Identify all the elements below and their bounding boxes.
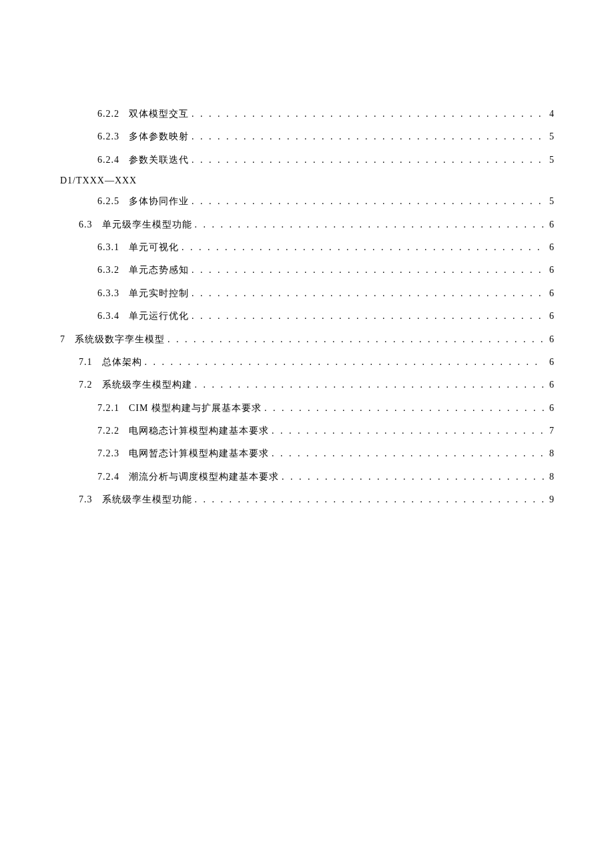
toc-entry-number: 6.2.4	[97, 153, 119, 167]
toc-leader-dots	[195, 378, 545, 392]
toc-entry-page: 8	[547, 446, 554, 461]
toc-entry-title: 多体参数映射	[129, 129, 189, 144]
toc-entry-title: CIM 模型构建与扩展基本要求	[129, 401, 262, 416]
toc-entry-title: 系统级孪生模型构建	[102, 378, 192, 392]
toc-entry-number: 6.2.3	[97, 129, 119, 144]
toc-leader-dots	[195, 218, 545, 232]
toc-entry-page: 8	[547, 470, 554, 484]
table-of-contents: 6.2.2双体模型交互46.2.3多体参数映射56.2.4参数关联迭代5D1/T…	[60, 107, 554, 508]
toc-entry-number: 6.3.2	[97, 263, 119, 278]
toc-entry-title: 电网暂态计算模型构建基本要求	[129, 446, 269, 461]
toc-entry-title: 双体模型交互	[129, 107, 189, 121]
toc-leader-dots	[192, 309, 544, 324]
toc-leader-dots	[192, 194, 544, 209]
toc-entry-number: 7.3	[79, 492, 93, 507]
toc-entry-number: 7	[60, 332, 65, 347]
toc-entry: 6.3单元级孪生模型功能6	[60, 218, 554, 232]
toc-entry-title: 系统级数字孪生模型	[75, 332, 165, 347]
toc-entry-page: 6	[547, 378, 554, 392]
toc-entry-number: 6.2.2	[97, 107, 119, 121]
toc-entry-page: 9	[547, 492, 554, 507]
toc-entry-title: 潮流分析与调度模型构建基本要求	[129, 470, 279, 484]
toc-entry: 6.3.3单元实时控制6	[60, 286, 554, 301]
toc-entry-page: 6	[547, 286, 554, 301]
toc-leader-dots	[282, 470, 544, 484]
toc-entry: 7.2.3电网暂态计算模型构建基本要求8	[60, 446, 554, 461]
toc-entry-number: 7.1	[79, 355, 93, 370]
toc-leader-dots	[272, 424, 544, 438]
toc-entry: 6.3.4单元运行优化6	[60, 309, 554, 324]
toc-leader-dots	[272, 446, 544, 461]
toc-entry-page: 6	[547, 332, 554, 347]
toc-entry-number: 6.3.4	[97, 309, 119, 324]
toc-entry-title: 单元级孪生模型功能	[102, 218, 192, 232]
toc-entry-number: 6.3.1	[97, 240, 119, 255]
toc-leader-dots	[182, 240, 544, 255]
toc-entry: 7.2.4潮流分析与调度模型构建基本要求8	[60, 470, 554, 484]
toc-entry-title: 多体协同作业	[129, 194, 189, 209]
toc-entry: 7.3系统级孪生模型功能9	[60, 492, 554, 507]
toc-entry-page: 6	[547, 240, 554, 255]
toc-entry: 7.2.1CIM 模型构建与扩展基本要求6	[60, 401, 554, 416]
toc-entry-page: 5	[547, 153, 554, 167]
toc-leader-dots	[264, 401, 544, 416]
toc-leader-dots	[145, 355, 545, 370]
toc-entry: 6.3.1单元可视化6	[60, 240, 554, 255]
toc-entry: 6.2.5多体协同作业5	[60, 194, 554, 209]
toc-entry: 7.2系统级孪生模型构建6	[60, 378, 554, 392]
toc-leader-dots	[192, 129, 544, 144]
toc-entry: 7.2.2电网稳态计算模型构建基本要求7	[60, 424, 554, 438]
toc-entry-title: 单元可视化	[129, 240, 179, 255]
toc-entry-number: 6.3.3	[97, 286, 119, 301]
toc-entry-title: 参数关联迭代	[129, 153, 189, 167]
toc-entry-title: 系统级孪生模型功能	[102, 492, 192, 507]
toc-entry-title: 电网稳态计算模型构建基本要求	[129, 424, 269, 438]
toc-entry-title: 单元态势感知	[129, 263, 189, 278]
toc-entry: 7.1总体架构6	[60, 355, 554, 370]
toc-entry-page: 6	[547, 218, 554, 232]
toc-entry: 6.2.4参数关联迭代5	[60, 153, 554, 167]
toc-entry: 6.2.3多体参数映射5	[60, 129, 554, 144]
toc-leader-dots	[192, 107, 544, 121]
toc-entry: 7系统级数字孪生模型6	[60, 332, 554, 347]
toc-entry-number: 7.2.4	[97, 470, 119, 484]
toc-entry-page: 6	[547, 263, 554, 278]
toc-entry-title: 单元运行优化	[129, 309, 189, 324]
toc-entry-page: 6	[547, 401, 554, 416]
document-code: D1/TXXX—XXX	[60, 175, 554, 186]
toc-entry-number: 7.2.3	[97, 446, 119, 461]
toc-leader-dots	[195, 492, 545, 507]
toc-entry: 6.3.2单元态势感知6	[60, 263, 554, 278]
toc-entry-number: 7.2	[79, 378, 93, 392]
toc-entry-title: 总体架构	[102, 355, 142, 370]
toc-entry-number: 6.3	[79, 218, 93, 232]
toc-entry-title: 单元实时控制	[129, 286, 189, 301]
toc-leader-dots	[168, 332, 544, 347]
toc-leader-dots	[192, 286, 544, 301]
toc-entry-page: 5	[547, 129, 554, 144]
toc-entry-page: 6	[547, 355, 554, 370]
toc-entry-page: 7	[547, 424, 554, 438]
toc-entry-number: 7.2.1	[97, 401, 119, 416]
toc-entry-page: 6	[547, 309, 554, 324]
toc-leader-dots	[192, 263, 544, 278]
toc-entry-number: 6.2.5	[97, 194, 119, 209]
toc-entry-number: 7.2.2	[97, 424, 119, 438]
toc-entry-page: 5	[547, 194, 554, 209]
toc-entry-page: 4	[547, 107, 554, 121]
toc-entry: 6.2.2双体模型交互4	[60, 107, 554, 121]
toc-leader-dots	[192, 153, 544, 167]
